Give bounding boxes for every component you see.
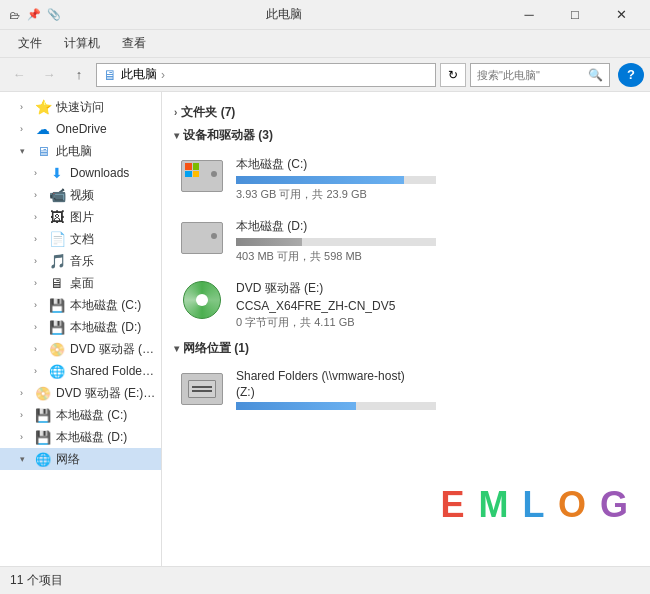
sidebar-item-dvd-e[interactable]: › 📀 DVD 驱动器 (E:) CC <box>0 338 161 360</box>
status-count: 11 个项目 <box>10 572 63 589</box>
sidebar-item-pictures[interactable]: › 🖼 图片 <box>0 206 161 228</box>
sidebar-item-videos[interactable]: › 📹 视频 <box>0 184 161 206</box>
window-icon: 🗁 <box>6 7 22 23</box>
devices-section-header[interactable]: ▾ 设备和驱动器 (3) <box>174 127 638 144</box>
title-bar-icons: 🗁 📌 📎 <box>6 7 62 23</box>
drive-e-icon <box>178 280 226 320</box>
back-button[interactable]: ← <box>6 63 32 87</box>
expand-arrow-quickaccess: › <box>20 102 34 112</box>
folders-section-header[interactable]: › 文件夹 (7) <box>174 104 638 121</box>
sidebar-label-onedrive: OneDrive <box>56 122 107 136</box>
sidebar-label-network: 网络 <box>56 451 80 468</box>
sidebar-item-quickaccess[interactable]: › ⭐ 快速访问 <box>0 96 161 118</box>
network-section-title: 网络位置 (1) <box>183 340 249 357</box>
drive-e-space: 0 字节可用，共 4.11 GB <box>236 315 634 330</box>
network-z-name: Shared Folders (\\vmware-host) <box>236 369 634 383</box>
expand-arrow-local-d: › <box>34 322 48 332</box>
network-z-progress-fill <box>236 402 356 410</box>
drive-d-space: 403 MB 可用，共 598 MB <box>236 249 634 264</box>
expand-arrow-onedrive: › <box>20 124 34 134</box>
path-computer-icon: 🖥 <box>103 67 117 83</box>
win-logo-q2 <box>193 163 200 170</box>
sidebar-item-local-d-top[interactable]: › 💾 本地磁盘 (D:) <box>0 426 161 448</box>
window-title: 此电脑 <box>62 6 506 23</box>
sidebar-item-music[interactable]: › 🎵 音乐 <box>0 250 161 272</box>
drive-e-subtitle: CCSA_X64FRE_ZH-CN_DV5 <box>236 299 634 313</box>
expand-arrow-network: ▾ <box>20 454 34 464</box>
devices-arrow: ▾ <box>174 130 179 141</box>
drive-d-icon <box>178 218 226 258</box>
sidebar-label-dvd-top: DVD 驱动器 (E:) CCS <box>56 385 157 402</box>
drive-c-item[interactable]: 本地磁盘 (C:) 3.93 GB 可用，共 23.9 GB <box>174 150 638 208</box>
sidebar-item-local-c[interactable]: › 💾 本地磁盘 (C:) <box>0 294 161 316</box>
drive-e-item[interactable]: DVD 驱动器 (E:) CCSA_X64FRE_ZH-CN_DV5 0 字节可… <box>174 274 638 336</box>
net-line-2 <box>192 390 212 392</box>
network-z-subtitle: (Z:) <box>236 385 634 399</box>
expand-arrow-local-c-top: › <box>20 410 34 420</box>
sidebar-item-local-d[interactable]: › 💾 本地磁盘 (D:) <box>0 316 161 338</box>
sidebar-label-videos: 视频 <box>70 187 94 204</box>
sidebar: › ⭐ 快速访问 › ☁ OneDrive ▾ 🖥 此电脑 › ⬇ Downlo… <box>0 92 162 566</box>
sidebar-label-local-d-top: 本地磁盘 (D:) <box>56 429 127 446</box>
sidebar-item-documents[interactable]: › 📄 文档 <box>0 228 161 250</box>
win-logo-q1 <box>185 163 192 170</box>
title-bar: 🗁 📌 📎 此电脑 ─ □ ✕ <box>0 0 650 30</box>
address-path[interactable]: 🖥 此电脑 › <box>96 63 436 87</box>
emlog-e: E <box>441 484 467 525</box>
sidebar-item-local-c-top[interactable]: › 💾 本地磁盘 (C:) <box>0 404 161 426</box>
sidebar-item-network[interactable]: ▾ 🌐 网络 <box>0 448 161 470</box>
downloads-icon: ⬇ <box>48 164 66 182</box>
sidebar-item-onedrive[interactable]: › ☁ OneDrive <box>0 118 161 140</box>
menu-view[interactable]: 查看 <box>112 32 156 55</box>
menu-computer[interactable]: 计算机 <box>54 32 110 55</box>
close-button[interactable]: ✕ <box>598 0 644 30</box>
status-bar: 11 个项目 <box>0 566 650 594</box>
expand-arrow-documents: › <box>34 234 48 244</box>
help-button[interactable]: ? <box>618 63 644 87</box>
expand-arrow-desktop: › <box>34 278 48 288</box>
menu-bar: 文件 计算机 查看 <box>0 30 650 58</box>
pin-icon: 📎 <box>46 7 62 23</box>
maximize-button[interactable]: □ <box>552 0 598 30</box>
path-sep: › <box>161 68 165 82</box>
quick-access-icon: 📌 <box>26 7 42 23</box>
local-d-icon: 💾 <box>48 318 66 336</box>
drive-d-item[interactable]: 本地磁盘 (D:) 403 MB 可用，共 598 MB <box>174 212 638 270</box>
minimize-button[interactable]: ─ <box>506 0 552 30</box>
emlog-o: O <box>558 484 588 525</box>
drive-d-progress-fill <box>236 238 302 246</box>
local-d-top-icon: 💾 <box>34 428 52 446</box>
drive-c-space: 3.93 GB 可用，共 23.9 GB <box>236 187 634 202</box>
expand-arrow-pictures: › <box>34 212 48 222</box>
search-input[interactable] <box>477 69 584 81</box>
sidebar-item-shared[interactable]: › 🌐 Shared Folders (\\ <box>0 360 161 382</box>
search-box[interactable]: 🔍 <box>470 63 610 87</box>
drive-d-name: 本地磁盘 (D:) <box>236 218 634 235</box>
quickaccess-icon: ⭐ <box>34 98 52 116</box>
drive-c-progress-fill <box>236 176 404 184</box>
sidebar-label-documents: 文档 <box>70 231 94 248</box>
address-bar: ← → ↑ 🖥 此电脑 › ↻ 🔍 ? <box>0 58 650 92</box>
network-z-progress-bar <box>236 402 436 410</box>
sidebar-label-dvd-e: DVD 驱动器 (E:) CC <box>70 341 157 358</box>
content-area: › 文件夹 (7) ▾ 设备和驱动器 (3) 本地磁盘 ( <box>162 92 650 566</box>
refresh-button[interactable]: ↻ <box>440 63 466 87</box>
menu-file[interactable]: 文件 <box>8 32 52 55</box>
forward-button[interactable]: → <box>36 63 62 87</box>
network-z-item[interactable]: Shared Folders (\\vmware-host) (Z:) <box>174 363 638 419</box>
up-button[interactable]: ↑ <box>66 63 92 87</box>
title-bar-controls: ─ □ ✕ <box>506 0 644 30</box>
network-section-header[interactable]: ▾ 网络位置 (1) <box>174 340 638 357</box>
sidebar-item-dvd-top[interactable]: › 📀 DVD 驱动器 (E:) CCS <box>0 382 161 404</box>
sidebar-item-downloads[interactable]: › ⬇ Downloads <box>0 162 161 184</box>
dvd-inner <box>196 294 208 306</box>
onedrive-icon: ☁ <box>34 120 52 138</box>
devices-title: 设备和驱动器 (3) <box>183 127 273 144</box>
sidebar-item-desktop[interactable]: › 🖥 桌面 <box>0 272 161 294</box>
drive-e-info: DVD 驱动器 (E:) CCSA_X64FRE_ZH-CN_DV5 0 字节可… <box>236 280 634 330</box>
emlog-watermark: E M L O G <box>441 484 630 526</box>
expand-arrow-music: › <box>34 256 48 266</box>
search-icon: 🔍 <box>588 68 603 82</box>
net-connector <box>188 380 216 398</box>
sidebar-item-thispc[interactable]: ▾ 🖥 此电脑 <box>0 140 161 162</box>
